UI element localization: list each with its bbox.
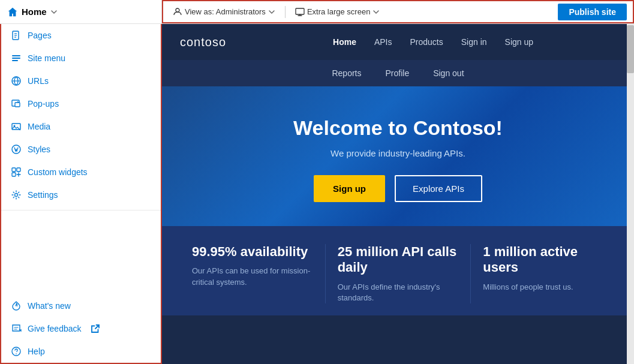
site-nav-links: Home APIs Products Sign in Sign up [250, 37, 616, 47]
feedback-icon [11, 323, 22, 334]
sidebar: Pages Site menu URLs [0, 24, 162, 364]
nav-link-home[interactable]: Home [333, 37, 356, 47]
publish-site-button[interactable]: Publish site [558, 4, 627, 20]
site-menu-icon [11, 53, 22, 64]
nav-link-reports[interactable]: Reports [332, 68, 361, 78]
sidebar-item-site-menu[interactable]: Site menu [1, 47, 161, 70]
sidebar-item-help[interactable]: Help [1, 340, 161, 363]
styles-label: Styles [28, 145, 50, 154]
urls-icon [11, 76, 22, 86]
media-icon [11, 121, 22, 132]
svg-point-22 [16, 353, 17, 354]
view-as-label: View as: Administrators [185, 7, 266, 16]
sidebar-item-settings[interactable]: Settings [1, 183, 161, 206]
separator [1, 210, 161, 210]
stats-section: 99.95% availability Our APIs can be used… [162, 226, 634, 315]
sidebar-item-custom-widgets[interactable]: Custom widgets [1, 161, 161, 183]
whats-new-label: What's new [28, 301, 71, 311]
site-nav: contoso Home APIs Products Sign in Sign … [162, 24, 634, 60]
widgets-icon [11, 167, 22, 178]
screen-size-button[interactable]: Extra large screen [292, 5, 384, 19]
site-logo: contoso [180, 35, 226, 49]
external-link-icon [90, 323, 101, 334]
sidebar-item-urls[interactable]: URLs [1, 70, 161, 92]
hero-explore-button[interactable]: Explore APIs [395, 175, 482, 202]
hero-signup-button[interactable]: Sign up [314, 175, 385, 202]
nav-link-apis[interactable]: APIs [374, 37, 392, 47]
stat-desc-availability: Our APIs can be used for mission-critica… [192, 266, 313, 287]
header: Home View as: Administrators Extra large… [0, 0, 634, 24]
home-label: Home [0, 0, 162, 23]
home-text: Home [22, 7, 47, 17]
site-nav-row2: Reports Profile Sign out [162, 60, 634, 86]
sidebar-item-whats-new[interactable]: What's new [1, 294, 161, 317]
custom-widgets-label: Custom widgets [28, 167, 88, 177]
svg-rect-19 [12, 173, 16, 176]
hero-buttons: Sign up Explore APIs [314, 175, 482, 202]
hero-title: Welcome to Contoso! [293, 116, 503, 140]
nav-link-signout[interactable]: Sign out [433, 68, 464, 78]
scrollbar-thumb[interactable] [627, 25, 634, 73]
svg-point-20 [15, 194, 18, 197]
stat-item-api-calls: 25 million API calls daily Our APIs defi… [326, 244, 471, 303]
view-as-button[interactable]: View as: Administrators [169, 5, 279, 19]
popups-icon [11, 98, 22, 109]
svg-point-21 [12, 347, 20, 356]
sidebar-item-popups[interactable]: Pop-ups [1, 92, 161, 115]
svg-rect-18 [17, 168, 20, 172]
chevron-down-icon [372, 8, 380, 16]
svg-rect-7 [12, 58, 20, 59]
popups-label: Pop-ups [28, 99, 59, 109]
svg-rect-1 [296, 8, 304, 14]
media-label: Media [28, 122, 50, 131]
svg-point-0 [176, 8, 179, 12]
nav-link-signup[interactable]: Sign up [505, 37, 533, 47]
stat-value-api-calls: 25 million API calls daily [338, 244, 459, 276]
nav-link-signin[interactable]: Sign in [461, 37, 487, 47]
stat-value-availability: 99.95% availability [192, 244, 313, 260]
nav-link-products[interactable]: Products [410, 37, 443, 47]
svg-rect-12 [15, 103, 20, 107]
stat-item-availability: 99.95% availability Our APIs can be used… [180, 244, 326, 303]
sidebar-item-give-feedback[interactable]: Give feedback [1, 317, 161, 340]
help-label: Help [28, 347, 45, 356]
svg-rect-8 [12, 60, 18, 61]
site-menu-label: Site menu [28, 53, 65, 63]
home-icon [7, 7, 18, 17]
main-layout: Pages Site menu URLs [0, 24, 634, 364]
person-icon [173, 7, 182, 17]
settings-icon [11, 189, 22, 200]
nav-link-profile[interactable]: Profile [385, 68, 409, 78]
pages-icon [11, 30, 22, 41]
styles-icon [11, 144, 22, 155]
help-icon [11, 346, 22, 357]
stat-desc-users: Millions of people trust us. [483, 282, 604, 293]
scrollbar[interactable] [627, 24, 634, 364]
stat-value-users: 1 million active users [483, 244, 604, 276]
svg-rect-17 [12, 168, 16, 172]
sidebar-item-pages[interactable]: Pages [1, 24, 161, 47]
preview-controls-bar: View as: Administrators Extra large scre… [162, 0, 634, 23]
screen-label: Extra large screen [307, 7, 371, 16]
chevron-down-icon [268, 8, 275, 16]
hero-subtitle: We provide industry-leading APIs. [330, 148, 465, 158]
give-feedback-label: Give feedback [28, 324, 82, 333]
pages-label: Pages [28, 31, 52, 40]
monitor-icon [295, 7, 305, 17]
chevron-down-icon [50, 8, 58, 16]
preview-area: contoso Home APIs Products Sign in Sign … [162, 24, 634, 364]
svg-rect-6 [12, 55, 20, 56]
sidebar-item-media[interactable]: Media [1, 115, 161, 138]
whats-new-icon [11, 300, 22, 311]
stat-item-users: 1 million active users Millions of peopl… [471, 244, 616, 303]
sidebar-item-styles[interactable]: Styles [1, 138, 161, 161]
urls-label: URLs [28, 76, 49, 86]
stat-desc-api-calls: Our APIs define the industry's standards… [338, 282, 459, 303]
hero-section: Welcome to Contoso! We provide industry-… [162, 86, 634, 226]
settings-label: Settings [28, 190, 58, 200]
divider [285, 6, 286, 18]
